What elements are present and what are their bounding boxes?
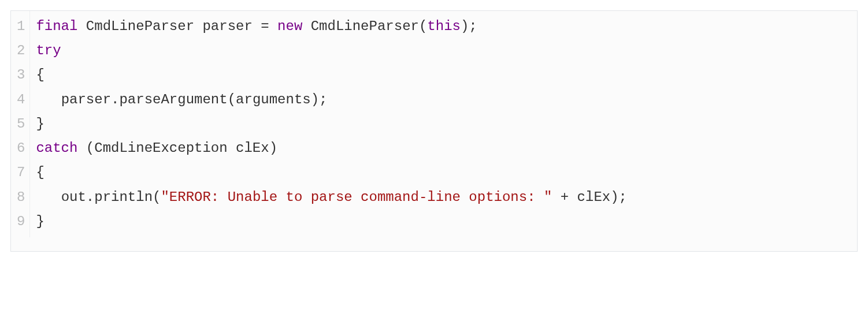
code-token: + clEx); bbox=[552, 189, 627, 205]
code-token: ); bbox=[461, 18, 477, 34]
line-number: 1 bbox=[17, 14, 26, 39]
code-token: parser.parseArgument(arguments); bbox=[61, 92, 328, 107]
line-number: 8 bbox=[17, 185, 26, 210]
code-line: parser.parseArgument(arguments); bbox=[36, 88, 850, 112]
code-token: (CmdLineException clEx) bbox=[77, 140, 277, 156]
line-number: 5 bbox=[17, 112, 26, 136]
code-line: try bbox=[36, 39, 850, 63]
line-number: 2 bbox=[17, 39, 26, 63]
line-number: 6 bbox=[17, 136, 26, 160]
line-number: 4 bbox=[17, 88, 26, 112]
code-line: { bbox=[36, 160, 850, 185]
line-number-gutter: 123456789 bbox=[11, 11, 30, 237]
code-block: 123456789 final CmdLineParser parser = n… bbox=[10, 10, 858, 252]
code-token: CmdLineParser( bbox=[302, 18, 427, 34]
code-token: catch bbox=[36, 140, 77, 156]
code-line: catch (CmdLineException clEx) bbox=[36, 136, 850, 160]
line-number: 9 bbox=[17, 210, 26, 234]
code-line: out.println("ERROR: Unable to parse comm… bbox=[36, 185, 850, 210]
code-line: final CmdLineParser parser = new CmdLine… bbox=[36, 14, 850, 39]
code-token: this bbox=[427, 18, 461, 34]
code-token: new bbox=[277, 18, 302, 34]
line-number: 3 bbox=[17, 63, 26, 87]
code-area[interactable]: final CmdLineParser parser = new CmdLine… bbox=[30, 11, 857, 237]
code-token: { bbox=[36, 165, 44, 180]
code-line: } bbox=[36, 210, 850, 234]
code-token: } bbox=[36, 214, 44, 229]
code-token: "ERROR: Unable to parse command-line opt… bbox=[161, 189, 552, 205]
code-line: { bbox=[36, 63, 850, 87]
code-line: } bbox=[36, 112, 850, 136]
code-token: final bbox=[36, 18, 77, 34]
line-number: 7 bbox=[17, 160, 26, 185]
code-token: out.println( bbox=[61, 189, 161, 205]
code-token: CmdLineParser parser = bbox=[77, 18, 277, 34]
code-token: { bbox=[36, 67, 44, 83]
code-token: try bbox=[36, 43, 61, 58]
code-token: } bbox=[36, 116, 44, 132]
